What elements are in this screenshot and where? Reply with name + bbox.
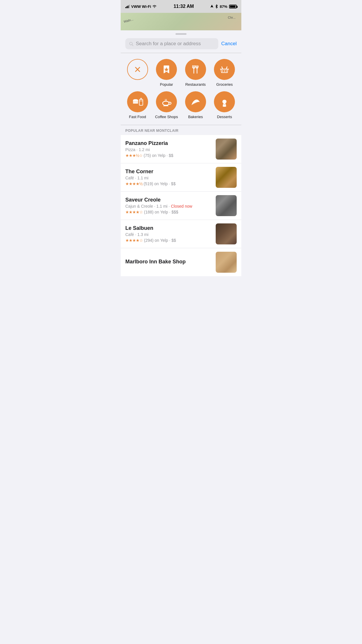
icecream-icon [219, 96, 230, 107]
star-rating: ★★★★½ [125, 181, 143, 186]
svg-rect-18 [133, 101, 138, 102]
bottom-sheet: Search for a place or address Cancel [121, 30, 241, 644]
place-info-saveur: Saveur Creole Cajun & Creole · 1.1 mi · … [125, 197, 212, 214]
drag-handle-bar [175, 33, 187, 35]
category-circle-bakeries [185, 91, 206, 112]
category-item-clear[interactable] [124, 59, 151, 87]
map-background [121, 13, 241, 30]
category-circle-desserts [214, 91, 235, 112]
croissant-icon [190, 96, 201, 107]
category-circle-coffeeshops [156, 91, 177, 112]
category-item-desserts[interactable]: Desserts [211, 91, 238, 119]
place-name: Panzano Pizzeria [125, 140, 212, 146]
svg-rect-0 [125, 7, 126, 8]
location-icon [210, 5, 213, 8]
cancel-button[interactable]: Cancel [221, 41, 237, 47]
place-rating: ★★★★☆ (294) on Yelp · $$ [125, 238, 212, 243]
place-image-salbuen [216, 223, 237, 244]
place-info-corner: The Corner Café · 1.1 mi ★★★★½ (519) on … [125, 169, 212, 186]
category-item-bakeries[interactable]: Bakeries [182, 91, 209, 119]
place-name: Marlboro Inn Bake Shop [125, 259, 212, 265]
category-label-popular: Popular [160, 82, 173, 87]
signal-icon [125, 5, 130, 8]
search-container: Search for a place or address Cancel [121, 36, 241, 53]
time-display: 11:32 AM [173, 4, 194, 9]
place-list: Panzano Pizzeria Pizza · 1.2 mi ★★★½☆ (7… [121, 135, 241, 276]
svg-rect-3 [129, 5, 130, 8]
category-item-popular[interactable]: Popular [153, 59, 180, 87]
place-item[interactable]: Le Salbuen Café · 1.3 mi ★★★★☆ (294) on … [121, 220, 241, 248]
category-item-groceries[interactable]: Groceries [211, 59, 238, 87]
place-thumbnail [216, 139, 237, 160]
place-image-panzano [216, 139, 237, 160]
place-subtitle: Pizza · 1.2 mi [125, 147, 212, 152]
svg-rect-19 [133, 102, 138, 102]
star-rating: ★★★½☆ [125, 153, 143, 158]
burger-drink-icon [132, 97, 143, 107]
place-item[interactable]: The Corner Café · 1.1 mi ★★★★½ (519) on … [121, 163, 241, 192]
place-name: Saveur Creole [125, 197, 212, 203]
place-name: The Corner [125, 169, 212, 175]
place-item[interactable]: Marlboro Inn Bake Shop [121, 248, 241, 276]
review-count: (519) on Yelp · $$ [144, 181, 176, 186]
place-item[interactable]: Panzano Pizzeria Pizza · 1.2 mi ★★★½☆ (7… [121, 135, 241, 163]
search-placeholder: Search for a place or address [136, 41, 201, 47]
close-icon [133, 65, 142, 74]
closed-label: Closed now [171, 204, 192, 209]
category-label-fastfood: Fast Food [129, 115, 146, 119]
search-icon [129, 41, 133, 46]
place-item[interactable]: Saveur Creole Cajun & Creole · 1.1 mi · … [121, 192, 241, 220]
place-image-saveur [216, 195, 237, 216]
carrier-info: VWW Wi-Fi [125, 4, 157, 9]
category-label-groceries: Groceries [216, 82, 233, 87]
place-rating: ★★★★½ (519) on Yelp · $$ [125, 181, 212, 186]
battery-percentage: 87% [220, 4, 227, 9]
category-item-coffeeshops[interactable]: Coffee Shops [153, 91, 180, 119]
svg-rect-1 [126, 6, 127, 8]
review-count: (75) on Yelp · $$ [144, 153, 173, 158]
category-circle-restaurants [185, 59, 206, 80]
category-item-fastfood[interactable]: Fast Food [124, 91, 151, 119]
bluetooth-icon [215, 4, 218, 8]
category-item-restaurants[interactable]: Restaurants [182, 59, 209, 87]
place-subtitle: Café · 1.1 mi [125, 176, 212, 180]
svg-rect-2 [128, 6, 129, 8]
svg-rect-20 [133, 102, 138, 104]
place-rating: ★★★★☆ (188) on Yelp · $$$ [125, 210, 212, 214]
place-rating: ★★★½☆ (75) on Yelp · $$ [125, 153, 212, 158]
review-count: (188) on Yelp · $$$ [144, 210, 178, 214]
section-header: POPULAR NEAR MONTCLAIR [121, 125, 241, 135]
place-subtitle: Café · 1.3 mi [125, 232, 212, 237]
bookmark-star-icon [161, 64, 172, 75]
wifi-icon [152, 5, 157, 8]
system-status: 87% [210, 4, 237, 9]
fork-knife-icon [190, 64, 201, 75]
place-info-panzano: Panzano Pizzeria Pizza · 1.2 mi ★★★½☆ (7… [125, 140, 212, 158]
place-thumbnail [216, 167, 237, 188]
svg-line-5 [132, 45, 133, 46]
search-input-wrapper[interactable]: Search for a place or address [125, 38, 218, 49]
category-label-bakeries: Bakeries [188, 115, 203, 119]
place-thumbnail [216, 195, 237, 216]
place-thumbnail [216, 252, 237, 273]
place-info-salbuen: Le Salbuen Café · 1.3 mi ★★★★☆ (294) on … [125, 225, 212, 243]
category-circle-groceries [214, 59, 235, 80]
category-circle-popular [156, 59, 177, 80]
category-label-coffeeshops: Coffee Shops [155, 115, 178, 119]
category-label-desserts: Desserts [217, 115, 232, 119]
category-circle-fastfood [127, 91, 148, 112]
place-thumbnail [216, 223, 237, 244]
svg-rect-21 [139, 99, 143, 105]
category-label-restaurants: Restaurants [185, 82, 206, 87]
place-name: Le Salbuen [125, 225, 212, 231]
drag-handle[interactable] [121, 30, 241, 36]
place-info-marlboro: Marlboro Inn Bake Shop [125, 259, 212, 266]
svg-point-25 [163, 101, 169, 105]
coffee-icon [161, 96, 172, 107]
battery-icon [229, 5, 237, 8]
category-circle-clear [127, 59, 148, 80]
status-bar: VWW Wi-Fi 11:32 AM 87% [121, 0, 241, 13]
category-grid: Popular Restaurants [121, 53, 241, 125]
basket-icon [219, 64, 230, 75]
place-image-marlboro [216, 252, 237, 273]
